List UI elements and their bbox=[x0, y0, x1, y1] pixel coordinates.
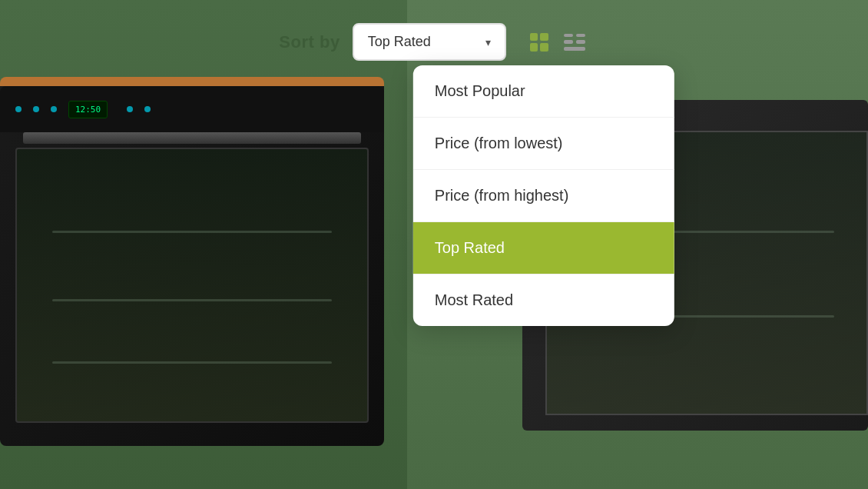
toolbar: Sort by Top Rated ▾ bbox=[0, 23, 868, 61]
oven-left-image: 12:50 bbox=[0, 0, 407, 489]
sort-by-label: Sort by bbox=[279, 32, 340, 52]
dropdown-item-most-popular[interactable]: Most Popular bbox=[413, 65, 674, 118]
sort-dropdown-button[interactable]: Top Rated ▾ bbox=[353, 23, 506, 61]
list-icon bbox=[564, 34, 585, 51]
chevron-down-icon: ▾ bbox=[485, 36, 491, 48]
dropdown-item-price-highest[interactable]: Price (from highest) bbox=[413, 170, 674, 222]
sort-dropdown-menu: Most Popular Price (from lowest) Price (… bbox=[413, 65, 674, 326]
grid-icon bbox=[530, 33, 548, 52]
dropdown-item-price-lowest[interactable]: Price (from lowest) bbox=[413, 118, 674, 170]
view-toggle bbox=[525, 28, 589, 57]
dropdown-item-top-rated[interactable]: Top Rated bbox=[413, 222, 674, 274]
list-view-button[interactable] bbox=[560, 28, 589, 57]
grid-view-button[interactable] bbox=[525, 28, 554, 57]
sort-selected-value: Top Rated bbox=[368, 34, 431, 50]
dropdown-item-most-rated[interactable]: Most Rated bbox=[413, 274, 674, 326]
